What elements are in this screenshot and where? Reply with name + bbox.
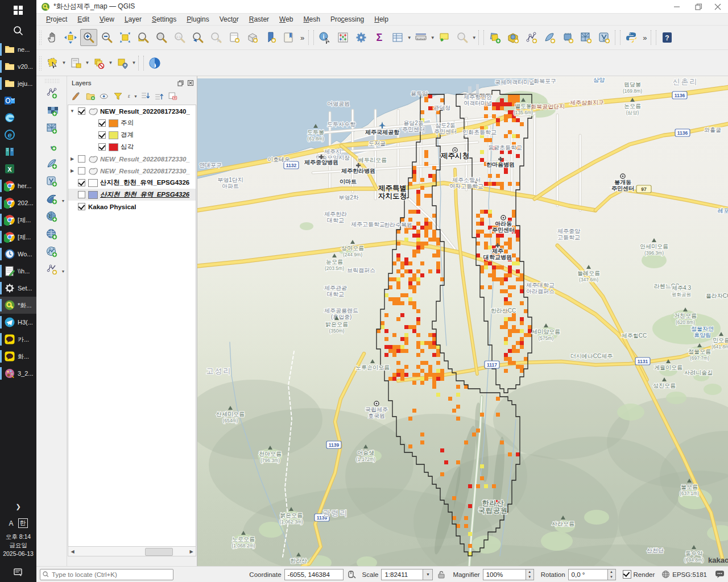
extents-icon[interactable]	[347, 570, 356, 579]
taskbar-item-edge[interactable]	[0, 109, 36, 126]
python-button[interactable]	[623, 29, 640, 46]
layer-checkbox[interactable]	[78, 179, 85, 186]
new3d-button[interactable]: ✱	[244, 29, 261, 46]
layer-item[interactable]: 산지천_한천_유역_EPSG4326	[68, 189, 196, 201]
taskbar-item-excel[interactable]: X	[0, 160, 36, 177]
scale-combo[interactable]: 1:82411	[381, 569, 423, 580]
deselect-dropdown-arrow[interactable]: ▼	[108, 55, 113, 71]
zoomnative-button[interactable]: 1:1	[171, 29, 188, 46]
stats-button[interactable]	[334, 29, 351, 46]
menu-plugins[interactable]: Plugins	[181, 14, 214, 24]
taskbar-clock[interactable]: 오후 8:14 금요일 2025-06-13	[0, 533, 36, 558]
addwcs-button[interactable]	[43, 225, 61, 243]
search-dropdown-arrow[interactable]: ▼	[471, 30, 477, 45]
showall-button[interactable]	[98, 90, 110, 102]
layer-tree-hscrollbar[interactable]: ◀ ▶	[68, 546, 196, 556]
expression-button[interactable]: ε▼	[125, 90, 138, 102]
expander-open[interactable]: ▼	[68, 109, 76, 114]
scroll-left-arrow[interactable]: ◀	[68, 547, 77, 555]
expander-closed[interactable]: ▶	[68, 156, 76, 161]
menu-help[interactable]: Help	[369, 14, 394, 24]
layer-item[interactable]: ▼NEW_Result_202208172340_	[68, 105, 196, 117]
addraster-button[interactable]	[43, 102, 61, 119]
taskbar-item-Set[interactable]: Set...	[0, 280, 36, 297]
coordinate-input[interactable]: -6055, 146384	[284, 569, 344, 580]
close-panel-button[interactable]	[187, 79, 195, 87]
taskbar-item-jeju[interactable]: jeju...	[0, 75, 36, 92]
taskbar-item-v20[interactable]: v20...	[0, 58, 36, 75]
notification-center-button[interactable]	[0, 563, 36, 582]
zoomout-button[interactable]	[98, 29, 115, 46]
rotation-input[interactable]: 0,0 °	[568, 569, 608, 580]
addvbox-button[interactable]	[43, 172, 61, 190]
styling-button[interactable]	[71, 90, 83, 102]
gpkg-button[interactable]: ✱	[504, 29, 522, 46]
selform-dropdown-arrow[interactable]: ▼	[85, 55, 90, 71]
selform-button[interactable]	[67, 55, 84, 72]
taskbar-item-3_2[interactable]: 3_2...	[0, 365, 36, 382]
rotation-spinner[interactable]: ▲▼	[608, 569, 616, 580]
locator-input[interactable]	[51, 571, 171, 579]
menu-view[interactable]: View	[94, 14, 119, 24]
chip-button[interactable]: ✱	[559, 29, 576, 46]
table-button[interactable]	[389, 29, 406, 46]
menu-vector[interactable]: Vector	[214, 14, 244, 24]
menu-processing[interactable]: Processing	[325, 14, 369, 24]
render-checkbox[interactable]	[623, 570, 631, 579]
taskbar-item-her[interactable]: her...	[0, 177, 36, 194]
menu-mesh[interactable]: Mesh	[299, 14, 325, 24]
layer-checkbox[interactable]	[98, 143, 106, 151]
log-messages-icon[interactable]	[715, 570, 725, 579]
layer-item[interactable]: 산지천_한천_유역_EPSG4326	[68, 177, 196, 189]
zoomnext-button[interactable]	[208, 29, 225, 46]
zoomin-button[interactable]	[80, 29, 97, 46]
menu-edit[interactable]: Edit	[72, 14, 94, 24]
measure-dropdown-arrow[interactable]: ▼	[430, 30, 435, 45]
layer-item[interactable]: ▶NEW_Result_202208172330_	[68, 153, 196, 165]
taskbar-item-제[interactable]: [제...	[0, 211, 36, 228]
ime-latin-indicator[interactable]: A	[9, 519, 13, 527]
search-button[interactable]	[454, 29, 471, 46]
main-overflow-button[interactable]: »	[640, 34, 649, 42]
taskbar-item-windows[interactable]	[0, 0, 36, 20]
pan-button[interactable]	[44, 29, 61, 46]
taskbar-item-화[interactable]: *화...	[0, 297, 36, 314]
geomnew-button[interactable]: ✱	[541, 29, 558, 46]
addgroup-button[interactable]	[84, 90, 97, 102]
addspatialite-button[interactable]	[43, 155, 61, 172]
ime-korean-indicator[interactable]: 한	[18, 518, 28, 528]
taskbar-item-outlook[interactable]	[0, 92, 36, 109]
gear-button[interactable]	[353, 29, 370, 46]
locator-search[interactable]	[40, 569, 173, 580]
taskbar-item-ie[interactable]: e	[0, 126, 36, 143]
gridnew-button[interactable]: ✱	[577, 29, 594, 46]
layer-checkbox[interactable]	[78, 107, 85, 115]
bookmarkshow-button[interactable]	[280, 29, 297, 46]
addcsv-button[interactable]: ,	[43, 137, 61, 155]
sigma-button[interactable]: Σ	[371, 29, 388, 46]
layer-checkbox[interactable]	[78, 191, 85, 198]
float-panel-button[interactable]	[176, 79, 184, 87]
filterlegend-button[interactable]	[111, 90, 124, 102]
addwms-button[interactable]	[43, 207, 61, 225]
taskbar-item-ne[interactable]: ne...	[0, 41, 36, 58]
zoomselect-button[interactable]	[153, 29, 170, 46]
addvector-button[interactable]	[43, 84, 61, 102]
render-toggle[interactable]: Render	[623, 570, 655, 579]
lock-scale-icon[interactable]	[437, 570, 445, 579]
taskbar-item-H3[interactable]: H3(...	[0, 314, 36, 331]
selectrect-button[interactable]	[44, 55, 61, 72]
magnifier-input[interactable]: 100%	[483, 569, 526, 580]
deselect-button[interactable]	[90, 55, 107, 72]
collapseall-button[interactable]	[152, 90, 165, 102]
bookmarkadd-button[interactable]: ✱	[262, 29, 279, 46]
expander-closed[interactable]: ▶	[68, 168, 76, 173]
removelayer-button[interactable]	[166, 90, 179, 102]
layer-item[interactable]: Kakao Physical	[68, 201, 196, 213]
title-bar[interactable]: *화산섬제주_map — QGIS	[36, 0, 728, 14]
layer-checkbox[interactable]	[78, 203, 85, 210]
layer-item[interactable]: ▶NEW_Result_202208172330_	[68, 165, 196, 177]
maptips-button[interactable]	[436, 29, 453, 46]
vlayer-button[interactable]: ✱	[595, 29, 613, 46]
legend-item[interactable]: 경계	[68, 129, 196, 141]
